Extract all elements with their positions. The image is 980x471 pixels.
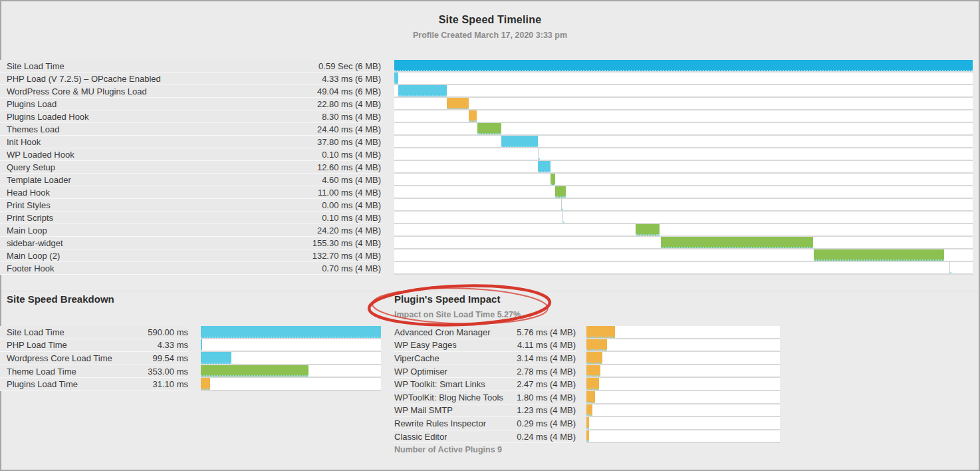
row-label: Footer Hook [7, 263, 55, 273]
row-header: Plugins Load Time31.10 ms [0, 378, 188, 391]
chart-row: Classic Editor0.24 ms (4 MB) [394, 430, 780, 444]
duration-bar [661, 237, 813, 248]
row-label: Main Loop (2) [7, 251, 60, 261]
row-value: 1.80 ms (4 MB) [517, 392, 576, 402]
row-label: Head Hook [7, 188, 50, 198]
breakdown-heading: Site Speed Breakdown [7, 293, 114, 305]
row-track [394, 262, 973, 275]
report-header: Site Speed Timeline Profile Created Marc… [0, 14, 980, 40]
row-label: WordPress Core & MU Plugins Load [7, 86, 147, 96]
row-value: 353.00 ms [148, 367, 188, 377]
column-gap [576, 326, 586, 339]
row-track [394, 73, 973, 85]
row-track [394, 85, 973, 98]
row-value: 0.70 ms (4 MB) [322, 263, 381, 273]
row-header: Site Load Time0.59 Sec (6 MB) [0, 60, 381, 73]
column-gap [381, 262, 394, 275]
row-header: Themes Load24.40 ms (4 MB) [0, 123, 381, 136]
column-gap [381, 237, 394, 249]
row-label: Classic Editor [394, 432, 447, 442]
chart-row: Advanced Cron Manager5.76 ms (4 MB) [394, 326, 780, 339]
chart-row: ViperCache3.14 ms (4 MB) [394, 352, 780, 365]
chart-row: Plugins Loaded Hook8.30 ms (4 MB) [0, 110, 973, 123]
row-label: PHP Load (V 7.2.5) – OPcache Enabled [7, 74, 161, 84]
duration-bar [201, 352, 231, 364]
row-value: 155.30 ms (4 MB) [312, 238, 381, 248]
row-value: 0.10 ms (4 MB) [322, 213, 381, 223]
row-track [586, 339, 780, 353]
row-value: 31.10 ms [153, 379, 188, 389]
row-value: 12.60 ms (4 MB) [317, 162, 381, 172]
column-gap [381, 148, 394, 161]
row-value: 590.00 ms [148, 327, 188, 337]
row-label: Print Scripts [7, 213, 53, 223]
duration-bar [586, 378, 599, 390]
row-track [586, 404, 780, 418]
row-track [586, 326, 780, 339]
row-track [394, 174, 973, 186]
column-gap [188, 326, 201, 339]
row-track [201, 339, 381, 353]
site-speed-breakdown-chart: Site Load Time590.00 msPHP Load Time4.33… [0, 326, 381, 391]
column-gap [188, 365, 201, 379]
duration-bar [394, 60, 973, 71]
column-gap [576, 391, 586, 404]
column-gap [576, 352, 586, 365]
row-value: 0.24 ms (4 MB) [517, 432, 576, 442]
column-gap [381, 212, 394, 224]
column-gap [576, 365, 586, 379]
chart-row: Query Setup12.60 ms (4 MB) [0, 161, 973, 174]
row-track [586, 352, 780, 365]
row-label: WP Optimiser [394, 367, 447, 377]
row-label: WP Easy Pages [394, 340, 457, 350]
column-gap [381, 174, 394, 186]
duration-bar [636, 224, 660, 236]
chart-row: WP Easy Pages4.11 ms (4 MB) [394, 339, 780, 353]
row-header: WPToolKit: Blog Niche Tools1.80 ms (4 MB… [394, 391, 576, 404]
duration-bar [201, 378, 210, 390]
row-track [394, 98, 973, 110]
duration-bar [477, 123, 501, 134]
column-gap [381, 199, 394, 212]
row-label: PHP Load Time [7, 340, 67, 350]
chart-row: Plugins Load22.80 ms (4 MB) [0, 98, 973, 110]
active-plugins-note: Number of Active Plugins 9 [394, 445, 502, 454]
column-gap [576, 417, 586, 430]
row-value: 24.20 ms (4 MB) [317, 226, 381, 236]
chart-row: Theme Load Time353.00 ms [0, 365, 381, 379]
chart-row: Rewrite Rules Inspector0.29 ms (4 MB) [394, 417, 780, 430]
duration-bar [201, 339, 202, 351]
row-value: 8.30 ms (4 MB) [322, 112, 381, 122]
column-gap [381, 85, 394, 98]
row-header: Template Loader4.60 ms (4 MB) [0, 174, 381, 186]
row-header: ViperCache3.14 ms (4 MB) [394, 352, 576, 365]
row-value: 22.80 ms (4 MB) [317, 99, 381, 109]
site-speed-timeline-chart: Site Load Time0.59 Sec (6 MB)PHP Load (V… [0, 60, 973, 275]
chart-row: Print Scripts0.10 ms (4 MB) [0, 212, 973, 224]
row-label: Advanced Cron Manager [394, 327, 491, 337]
duration-bar [586, 404, 592, 416]
speed-profiler-report: Site Speed Timeline Profile Created Marc… [0, 0, 980, 471]
plugins-heading: Plugin's Speed Impact [394, 293, 500, 305]
row-track [201, 365, 381, 379]
chart-row: PHP Load (V 7.2.5) – OPcache Enabled4.33… [0, 73, 973, 85]
duration-bar [447, 98, 469, 109]
row-header: Query Setup12.60 ms (4 MB) [0, 161, 381, 174]
row-value: 4.33 ms [158, 340, 188, 350]
duration-bar [551, 174, 555, 185]
row-track [394, 212, 973, 224]
chart-row: WP Loaded Hook0.10 ms (4 MB) [0, 148, 973, 161]
row-header: Plugins Loaded Hook8.30 ms (4 MB) [0, 110, 381, 123]
chart-row: WP Mail SMTP1.23 ms (4 MB) [394, 404, 780, 418]
impact-subheading: Impact on Site Load Time 5.27% [394, 310, 521, 319]
row-label: WP Toolkit: Smart Links [394, 379, 485, 389]
duration-bar [555, 186, 566, 198]
row-header: WP Toolkit: Smart Links2.47 ms (4 MB) [394, 378, 576, 391]
row-label: Wordpress Core Load Time [7, 353, 112, 363]
row-track [394, 60, 973, 73]
row-label: Plugins Load Time [7, 379, 78, 389]
row-value: 3.14 ms (4 MB) [517, 353, 576, 363]
duration-bar [586, 430, 589, 442]
duration-bar [538, 148, 539, 160]
column-gap [576, 339, 586, 353]
